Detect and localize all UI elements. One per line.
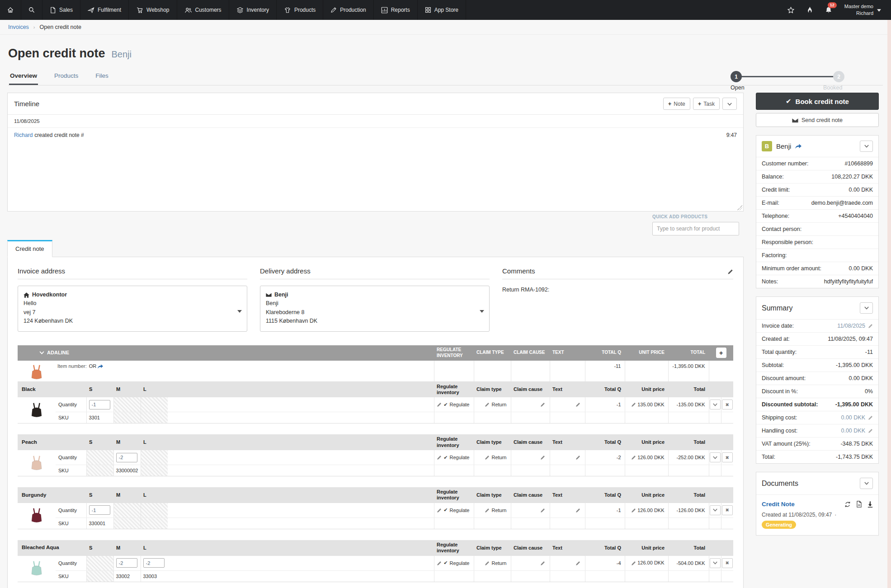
- edit-icon[interactable]: [631, 560, 636, 565]
- edit-icon[interactable]: [540, 560, 545, 565]
- edit-icon[interactable]: [575, 508, 580, 513]
- notifications-button[interactable]: 12: [820, 0, 837, 20]
- book-credit-note-button[interactable]: ✔ Book credit note: [756, 93, 879, 110]
- product-group-header[interactable]: ADALINE: [18, 345, 434, 361]
- regulate-value[interactable]: Regulate: [449, 508, 469, 513]
- variant-remove-button[interactable]: ✖: [722, 400, 733, 409]
- tab-products[interactable]: Products: [53, 72, 79, 85]
- variant-expand-button[interactable]: [710, 558, 721, 568]
- variant-sku-row: SKU 33000002: [18, 465, 733, 476]
- summary-value[interactable]: 0.00 DKK: [841, 428, 873, 434]
- variant-unit-price[interactable]: 126.00 DKK: [625, 503, 668, 518]
- user-menu[interactable]: Master demo Richard: [839, 3, 886, 17]
- edit-icon[interactable]: [575, 455, 580, 460]
- edit-icon[interactable]: [485, 402, 490, 408]
- nav-item-reports[interactable]: Reports: [374, 0, 418, 20]
- breadcrumb-link-invoices[interactable]: Invoices: [8, 24, 29, 30]
- address-line: 124 København DK: [24, 317, 235, 325]
- variant-remove-button[interactable]: ✖: [722, 452, 733, 462]
- edit-icon[interactable]: [437, 560, 442, 566]
- edit-icon[interactable]: [631, 455, 636, 460]
- notification-badge: 12: [828, 2, 837, 8]
- open-customer-icon[interactable]: [795, 142, 801, 151]
- collapse-documents-button[interactable]: [860, 478, 873, 489]
- edit-icon[interactable]: [485, 508, 490, 513]
- tab-overview[interactable]: Overview: [9, 72, 38, 85]
- tab-files[interactable]: Files: [94, 72, 109, 85]
- edit-icon[interactable]: [485, 560, 490, 566]
- resize-grip[interactable]: [737, 205, 742, 210]
- nav-item-customers[interactable]: Customers: [177, 0, 229, 20]
- delivery-address-select[interactable]: Benji Benji Klareboderne 8 1115 Københav…: [260, 286, 490, 332]
- add-task-button[interactable]: +Task: [693, 98, 720, 110]
- variant-unit-price[interactable]: 126.00 DKK: [625, 450, 668, 465]
- nav-item-products[interactable]: Products: [277, 0, 323, 20]
- quantity-input[interactable]: [116, 558, 137, 568]
- credit-note-document-link[interactable]: Credit Note: [762, 501, 795, 508]
- add-note-button[interactable]: +Note: [663, 98, 690, 110]
- claim-type-value[interactable]: Return: [491, 455, 506, 460]
- search-button[interactable]: [21, 0, 42, 20]
- claim-type-value[interactable]: Return: [491, 508, 506, 513]
- download-icon[interactable]: [867, 500, 873, 508]
- scrollbar-gutter[interactable]: [887, 20, 891, 588]
- regulate-value[interactable]: Regulate: [449, 402, 469, 407]
- open-product-icon[interactable]: [98, 363, 103, 369]
- timeline-date: 11/08/2025: [8, 114, 743, 127]
- edit-icon[interactable]: [437, 402, 442, 408]
- variant-unit-price[interactable]: 135.00 DKK: [625, 397, 668, 412]
- nav-item-sales[interactable]: Sales: [42, 0, 80, 20]
- edit-icon[interactable]: [485, 455, 490, 461]
- nav-item-webshop[interactable]: Webshop: [129, 0, 177, 20]
- activity-button[interactable]: [801, 0, 818, 20]
- variant-remove-button[interactable]: ✖: [722, 505, 733, 515]
- collapse-summary-button[interactable]: [860, 302, 873, 314]
- edit-icon[interactable]: [868, 414, 873, 421]
- variant-unit-price[interactable]: 126.00 DKK: [625, 556, 668, 571]
- claim-type-value[interactable]: Return: [491, 402, 506, 407]
- edit-icon[interactable]: [575, 560, 580, 565]
- edit-icon[interactable]: [540, 402, 545, 407]
- event-author-link[interactable]: Richard: [14, 132, 33, 138]
- add-line-button[interactable]: +: [716, 348, 726, 358]
- regulate-value[interactable]: Regulate: [449, 455, 469, 460]
- invoice-address-select[interactable]: Hovedkontor Hello vej 7 124 København DK: [18, 286, 247, 332]
- favorites-button[interactable]: [782, 0, 800, 20]
- nav-item-app-store[interactable]: App Store: [418, 0, 466, 20]
- pdf-file-icon[interactable]: [856, 500, 862, 508]
- nav-item-inventory[interactable]: Inventory: [229, 0, 277, 20]
- quantity-input[interactable]: [116, 453, 137, 462]
- variant-expand-button[interactable]: [710, 400, 721, 409]
- edit-icon[interactable]: [437, 455, 442, 461]
- variant-expand-button[interactable]: [710, 505, 721, 515]
- collapse-customer-button[interactable]: [860, 141, 873, 152]
- detail-label: Responsible person:: [762, 239, 813, 245]
- summary-value[interactable]: 11/08/2025: [837, 323, 873, 329]
- summary-value[interactable]: 0.00 DKK: [841, 414, 873, 421]
- nav-item-fulfilment[interactable]: Fulfilment: [80, 0, 129, 20]
- send-credit-note-button[interactable]: Send credit note: [756, 113, 879, 127]
- timeline-more-button[interactable]: [722, 98, 737, 110]
- home-button[interactable]: [0, 0, 21, 20]
- edit-icon[interactable]: [540, 455, 545, 460]
- edit-icon[interactable]: [540, 508, 545, 513]
- regenerate-icon[interactable]: [844, 500, 851, 508]
- edit-icon[interactable]: [868, 323, 873, 329]
- detail-value: 0.00 DKK: [849, 265, 873, 272]
- variant-remove-button[interactable]: ✖: [722, 558, 733, 568]
- edit-icon[interactable]: [575, 402, 580, 407]
- quantity-input[interactable]: [143, 558, 165, 568]
- product-search-input[interactable]: [652, 222, 739, 235]
- quantity-input[interactable]: [89, 505, 110, 515]
- edit-comments-icon[interactable]: [727, 267, 733, 275]
- variant-expand-button[interactable]: [710, 452, 721, 462]
- edit-icon[interactable]: [631, 508, 636, 513]
- tab-credit-note[interactable]: Credit note: [7, 240, 52, 257]
- quantity-input[interactable]: [89, 400, 110, 409]
- edit-icon[interactable]: [631, 402, 636, 407]
- regulate-value[interactable]: Regulate: [449, 560, 469, 566]
- edit-icon[interactable]: [868, 428, 873, 434]
- edit-icon[interactable]: [437, 508, 442, 513]
- claim-type-value[interactable]: Return: [491, 560, 506, 566]
- nav-item-production[interactable]: Production: [323, 0, 373, 20]
